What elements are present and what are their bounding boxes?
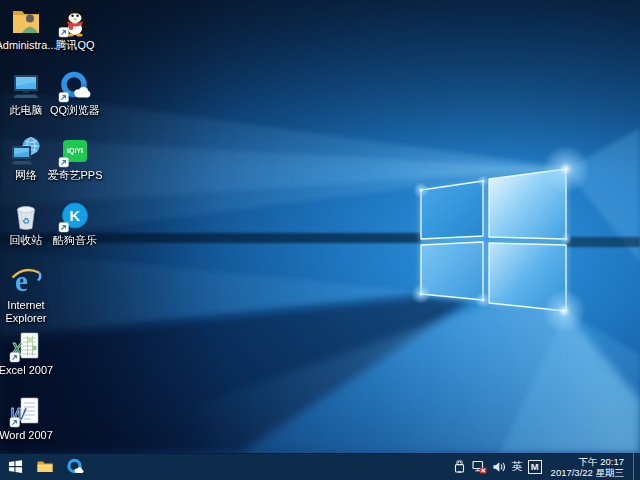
shortcut-arrow-badge [59, 223, 69, 233]
shortcut-arrow-badge [59, 28, 69, 38]
desktop[interactable]: Administra... [0, 0, 640, 453]
desktop-icon-internet-explorer[interactable]: e Internet Explorer [1, 264, 51, 324]
ime-mode-indicator[interactable]: M [528, 460, 542, 474]
shortcut-arrow-badge [10, 418, 20, 428]
clock-date: 2017/3/22 星期三 [551, 467, 624, 478]
desktop-icon-kugou-music[interactable]: K 酷狗音乐 [50, 199, 100, 247]
shortcut-arrow-badge [59, 93, 69, 103]
iqiyi-icon: iQIYI [58, 134, 92, 168]
qq-browser-icon [66, 458, 84, 476]
desktop-icon-iqiyi-pps[interactable]: iQIYI 爱奇艺PPS [50, 134, 100, 182]
desktop-icon-excel-2007[interactable]: X Excel 2007 [1, 329, 51, 377]
start-button[interactable] [0, 453, 30, 480]
word-icon: W [9, 394, 43, 428]
windows-logo-icon [8, 459, 23, 474]
svg-text:iQIYI: iQIYI [67, 147, 83, 155]
internet-explorer-icon: e [9, 264, 43, 298]
input-language-indicator[interactable]: 英 [512, 459, 523, 474]
taskbar-clock[interactable]: 下午 20:17 2017/3/22 星期三 [551, 456, 624, 478]
network-globe-icon [9, 134, 43, 168]
qq-browser-icon [58, 69, 92, 103]
kugou-icon: K [58, 199, 92, 233]
svg-text:K: K [70, 207, 81, 224]
screen: Administra... [0, 0, 640, 480]
recycle-bin-icon: ♻ [9, 199, 43, 233]
desktop-icon-tencent-qq[interactable]: 腾讯QQ [50, 4, 100, 52]
shortcut-arrow-badge [59, 158, 69, 168]
computer-icon [9, 69, 43, 103]
taskbar-qq-browser-button[interactable] [60, 453, 90, 480]
desktop-icon-label: Excel 2007 [0, 364, 58, 377]
taskbar-file-explorer-button[interactable] [30, 453, 60, 480]
excel-icon: X [9, 329, 43, 363]
taskbar: 英 M 下午 20:17 2017/3/22 星期三 [0, 453, 640, 480]
usb-device-tray-icon[interactable] [452, 459, 467, 474]
desktop-icon-label: 酷狗音乐 [43, 234, 107, 247]
desktop-icon-word-2007[interactable]: W Word 2007 [1, 394, 51, 442]
desktop-icon-label: QQ浏览器 [43, 104, 107, 117]
qq-penguin-icon [58, 4, 92, 38]
desktop-icon-qq-browser[interactable]: QQ浏览器 [50, 69, 100, 117]
clock-time: 下午 20:17 [551, 456, 624, 467]
svg-text:♻: ♻ [22, 216, 30, 226]
file-explorer-icon [36, 458, 54, 475]
network-disconnected-tray-icon[interactable] [472, 459, 487, 474]
desktop-icon-label: 爱奇艺PPS [43, 169, 107, 182]
show-desktop-button[interactable] [633, 453, 638, 480]
desktop-icon-label: Word 2007 [0, 429, 58, 442]
user-folder-icon [9, 4, 43, 38]
desktop-icon-label: Internet Explorer [0, 299, 58, 324]
desktop-icon-label: 腾讯QQ [43, 39, 107, 52]
system-tray: 英 M 下午 20:17 2017/3/22 星期三 [452, 453, 640, 480]
shortcut-arrow-badge [10, 353, 20, 363]
volume-tray-icon[interactable] [492, 459, 507, 474]
